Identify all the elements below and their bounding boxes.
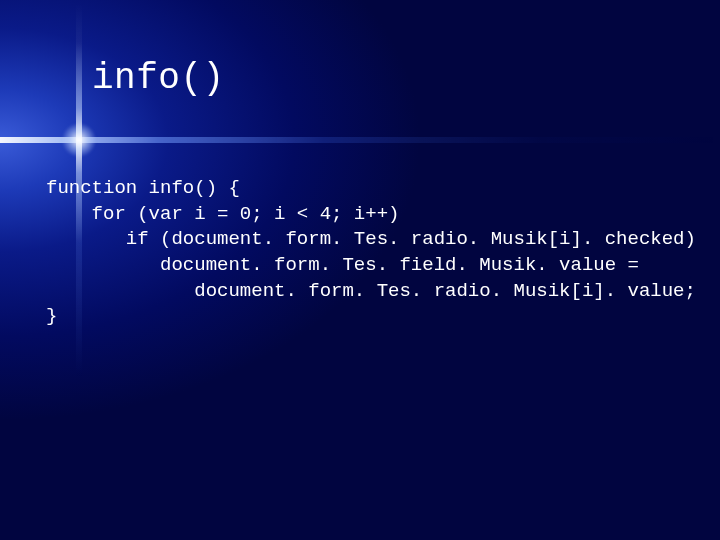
- flare-horizontal: [0, 137, 720, 143]
- code-line-2: for (var i = 0; i < 4; i++): [46, 203, 399, 225]
- code-line-1: function info() {: [46, 177, 240, 199]
- code-line-6: }: [46, 305, 57, 327]
- flare-core: [62, 123, 96, 157]
- code-line-4: document. form. Tes. field. Musik. value…: [46, 254, 639, 276]
- code-line-5: document. form. Tes. radio. Musik[i]. va…: [46, 280, 696, 302]
- slide-title: info(): [92, 58, 225, 99]
- code-line-3: if (document. form. Tes. radio. Musik[i]…: [46, 228, 696, 250]
- slide: info() function info() { for (var i = 0;…: [0, 0, 720, 540]
- code-block: function info() { for (var i = 0; i < 4;…: [46, 176, 696, 330]
